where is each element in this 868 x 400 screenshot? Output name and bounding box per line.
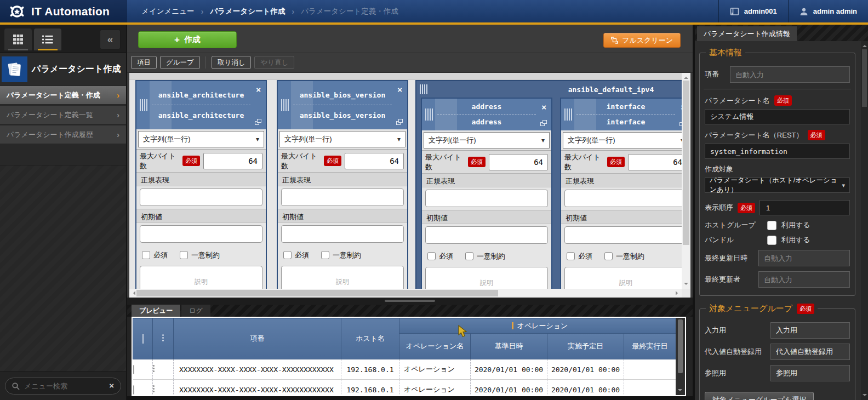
required-checkbox-label[interactable]: 必須 bbox=[567, 252, 592, 261]
regex-input[interactable] bbox=[425, 190, 548, 207]
duplicate-icon[interactable] bbox=[540, 120, 547, 126]
unique-checkbox[interactable] bbox=[180, 251, 188, 259]
scroll-left-icon[interactable] bbox=[131, 291, 135, 295]
organization-menu[interactable]: admin001 bbox=[718, 0, 788, 22]
horizontal-scrollbar[interactable] bbox=[129, 289, 682, 298]
host-group-checkbox[interactable] bbox=[767, 221, 776, 230]
drag-handle-icon[interactable] bbox=[424, 99, 434, 130]
for-substitution-value[interactable] bbox=[770, 344, 850, 360]
max-byte-input[interactable] bbox=[628, 154, 682, 170]
unique-checkbox-label[interactable]: 一意制約 bbox=[465, 252, 505, 261]
regex-input[interactable] bbox=[564, 190, 682, 207]
for-reference-value[interactable] bbox=[770, 365, 850, 381]
default-value-input[interactable] bbox=[425, 226, 548, 244]
sheet-rest-name-input[interactable] bbox=[705, 144, 850, 159]
kebab-menu-icon[interactable] bbox=[153, 364, 155, 373]
scroll-up-icon[interactable] bbox=[684, 75, 688, 79]
sidebar-item-create-history[interactable]: パラメータシート作成履歴 › bbox=[0, 125, 126, 144]
vertical-scrollbar-thumb[interactable] bbox=[683, 81, 689, 245]
field-type-select[interactable]: 文字列(単一行) ▾ bbox=[279, 131, 406, 147]
kebab-menu-icon[interactable] bbox=[162, 333, 164, 342]
creation-target-select[interactable]: パラメータシート（ホスト/オペレーションあり） ▾ bbox=[705, 178, 850, 193]
duplicate-icon[interactable] bbox=[396, 119, 403, 125]
scroll-down-icon[interactable] bbox=[863, 394, 867, 398]
tab-creation-info[interactable]: パラメータシート作成情報 bbox=[697, 26, 797, 41]
max-byte-input[interactable] bbox=[489, 154, 548, 170]
description-textarea[interactable] bbox=[564, 267, 682, 289]
required-checkbox[interactable] bbox=[567, 252, 575, 260]
undo-button[interactable]: 取り消し bbox=[212, 56, 252, 69]
regex-input[interactable] bbox=[140, 188, 262, 206]
bundle-checkbox[interactable] bbox=[767, 236, 776, 245]
unique-checkbox[interactable] bbox=[465, 252, 473, 260]
drag-handle-icon[interactable] bbox=[280, 81, 290, 129]
item-card-header[interactable]: × ansible_architecture ansible_architect… bbox=[136, 81, 266, 129]
vertical-scrollbar[interactable] bbox=[682, 73, 690, 289]
item-card-header[interactable]: × address address bbox=[422, 99, 551, 130]
field-type-select[interactable]: 文字列(単一行) ▾ bbox=[138, 131, 264, 147]
scroll-right-icon[interactable] bbox=[676, 291, 680, 295]
scroll-down-icon[interactable] bbox=[678, 389, 682, 393]
field-type-select[interactable]: 文字列(単一行) ▾ bbox=[424, 132, 550, 148]
max-byte-input[interactable] bbox=[345, 153, 404, 169]
tab-menu-list[interactable] bbox=[34, 28, 61, 50]
fullscreen-button[interactable]: フルスクリーン bbox=[603, 33, 681, 48]
create-button[interactable]: + 作成 bbox=[138, 31, 237, 48]
unique-checkbox[interactable] bbox=[321, 251, 329, 259]
unique-checkbox-label[interactable]: 一意制約 bbox=[180, 250, 220, 260]
row-checkbox[interactable] bbox=[133, 385, 134, 395]
select-menu-group-button[interactable]: 対象メニューグループを選択 bbox=[705, 392, 814, 400]
unique-checkbox[interactable] bbox=[604, 252, 613, 260]
display-order-input[interactable] bbox=[760, 200, 850, 215]
info-panel-scrollbar[interactable] bbox=[861, 41, 868, 400]
tab-preview[interactable]: プレビュー bbox=[132, 305, 180, 317]
sidebar-item-define-create[interactable]: パラメータシート定義・作成 › bbox=[0, 86, 126, 104]
drag-handle-icon[interactable] bbox=[419, 81, 429, 98]
required-checkbox-label[interactable]: 必須 bbox=[142, 250, 168, 260]
select-all-checkbox[interactable] bbox=[142, 334, 144, 344]
item-card-header[interactable]: × ansible_bios_version ansible_bios_vers… bbox=[278, 81, 407, 129]
regex-input[interactable] bbox=[281, 188, 404, 206]
kebab-menu-icon[interactable] bbox=[153, 384, 155, 393]
default-value-input[interactable] bbox=[564, 226, 682, 244]
resize-grip-icon[interactable] bbox=[385, 300, 435, 302]
menu-search-input[interactable] bbox=[24, 382, 104, 390]
close-icon[interactable]: × bbox=[397, 85, 402, 94]
id-input[interactable] bbox=[730, 66, 850, 83]
required-checkbox[interactable] bbox=[142, 251, 150, 259]
drag-handle-icon[interactable] bbox=[563, 99, 573, 130]
max-byte-input[interactable] bbox=[203, 153, 262, 169]
app-logo[interactable]: IT Automation bbox=[0, 0, 127, 22]
required-checkbox[interactable] bbox=[427, 252, 436, 260]
user-menu[interactable]: admin admin bbox=[788, 0, 868, 22]
horizontal-scrollbar-thumb[interactable] bbox=[136, 290, 498, 296]
description-textarea[interactable] bbox=[140, 266, 262, 289]
clear-search-icon[interactable]: × bbox=[109, 381, 114, 390]
row-checkbox[interactable] bbox=[133, 365, 134, 374]
required-checkbox-label[interactable]: 必須 bbox=[427, 252, 453, 261]
close-icon[interactable]: × bbox=[256, 85, 261, 94]
preview-resize-handle[interactable] bbox=[127, 298, 693, 305]
scroll-up-icon[interactable] bbox=[863, 43, 867, 47]
field-type-select[interactable]: 文字列(単一行) ▾ bbox=[563, 132, 682, 148]
description-textarea[interactable] bbox=[281, 266, 404, 289]
description-textarea[interactable] bbox=[425, 267, 548, 289]
info-panel-scrollbar-thumb[interactable] bbox=[862, 49, 867, 107]
last-updater-input[interactable] bbox=[758, 271, 850, 288]
duplicate-icon[interactable] bbox=[255, 119, 261, 125]
item-button[interactable]: 項目 bbox=[131, 56, 157, 69]
group-button[interactable]: グループ bbox=[160, 56, 200, 69]
breadcrumb-item-main-menu[interactable]: メインメニュー bbox=[141, 7, 194, 16]
preview-vertical-scrollbar[interactable] bbox=[676, 318, 685, 395]
scroll-down-icon[interactable] bbox=[684, 283, 688, 287]
unique-checkbox-label[interactable]: 一意制約 bbox=[321, 250, 361, 260]
last-updated-input[interactable] bbox=[758, 250, 850, 266]
tab-menu-grid[interactable] bbox=[4, 28, 32, 50]
preview-scrollbar-thumb[interactable] bbox=[678, 319, 683, 373]
required-checkbox-label[interactable]: 必須 bbox=[283, 250, 309, 260]
default-value-input[interactable] bbox=[140, 225, 262, 243]
unique-checkbox-label[interactable]: 一意制約 bbox=[604, 252, 644, 261]
for-input-value[interactable] bbox=[770, 322, 850, 339]
sidebar-collapse-button[interactable]: « bbox=[100, 30, 121, 49]
required-checkbox[interactable] bbox=[283, 251, 292, 259]
